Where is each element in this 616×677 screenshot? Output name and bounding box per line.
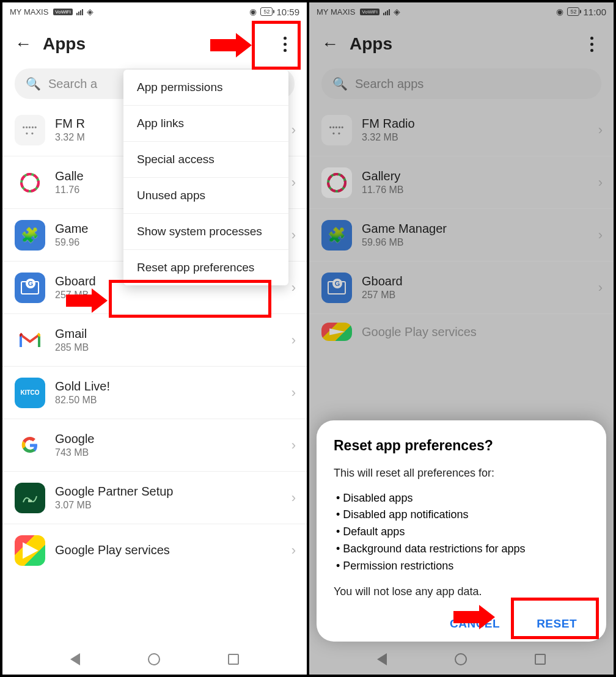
menu-unused-apps[interactable]: Unused apps (123, 178, 288, 214)
app-name: Google Partner Setup (55, 485, 282, 499)
chevron-right-icon: › (292, 175, 302, 191)
dialog-bullet: Permission restrictions (336, 558, 589, 575)
app-size: 3.07 MB (55, 500, 282, 511)
vowifi-badge: VoWiFi (53, 9, 72, 15)
dialog-intro: This will reset all preferences for: (334, 465, 589, 481)
vowifi-badge: VoWiFi (360, 9, 379, 15)
svg-rect-3 (28, 500, 32, 502)
carrier-label: MY MAXIS (10, 7, 48, 16)
signal-icon (76, 8, 83, 15)
app-icon-google (15, 430, 45, 461)
dialog-bullet: Default apps (336, 524, 589, 541)
app-icon-gboard: G (321, 273, 352, 303)
nav-recent-button[interactable] (535, 654, 546, 665)
screenshot-right: MY MAXIS VoWiFi ◈ ◉ 52 11:00 ← Apps 🔍 Se (309, 2, 614, 675)
nav-home-button[interactable] (455, 653, 467, 665)
dialog-bullet: Disabled apps (336, 490, 589, 507)
status-bar: MY MAXIS VoWiFi ◈ ◉ 52 11:00 (309, 2, 614, 20)
chevron-right-icon: › (598, 280, 609, 296)
dialog-bullet: Disabled app notifications (336, 507, 589, 524)
more-menu-button[interactable] (275, 32, 295, 56)
app-size: 257 MB (55, 290, 282, 301)
overflow-menu: App permissions App links Special access… (123, 70, 288, 285)
chevron-right-icon: › (292, 227, 302, 243)
app-name: Gallery (362, 169, 588, 183)
back-button[interactable]: ← (15, 34, 32, 54)
app-icon-fmradio: •••••• • (15, 115, 45, 145)
app-row-gmail[interactable]: Gmail 285 MB › (2, 314, 307, 367)
clock-label: 10:59 (276, 7, 299, 17)
dialog-title: Reset app preferences? (334, 437, 589, 454)
app-name: Google Play services (55, 543, 282, 557)
dialog-outro: You will not lose any app data. (334, 584, 589, 600)
nav-home-button[interactable] (148, 653, 160, 665)
app-row-google[interactable]: Google 743 MB › (2, 419, 307, 472)
page-title: Apps (350, 34, 571, 54)
chevron-right-icon: › (292, 490, 302, 506)
chevron-right-icon: › (292, 385, 302, 401)
app-icon-gmail (15, 325, 45, 356)
nav-back-button[interactable] (70, 653, 80, 665)
chevron-right-icon: › (292, 280, 302, 296)
app-icon-goldlive: KITCO (15, 378, 45, 408)
chevron-right-icon: › (598, 227, 609, 243)
app-icon-gamemanager: 🧩 (15, 220, 45, 251)
app-name: Gboard (362, 274, 588, 288)
app-icon-gboard: G (15, 273, 45, 303)
app-row-peek[interactable]: Google Play services (309, 314, 614, 341)
dialog-bullet: Background data restrictions for apps (336, 541, 589, 558)
app-icon-gallery (321, 167, 352, 198)
menu-app-links[interactable]: App links (123, 106, 288, 142)
menu-special-access[interactable]: Special access (123, 142, 288, 178)
app-row-gboard[interactable]: G Gboard 257 MB › (309, 262, 614, 314)
nav-recent-button[interactable] (228, 654, 239, 665)
search-icon: 🔍 (26, 76, 41, 91)
app-name: Google (55, 432, 282, 446)
wifi-icon: ◈ (394, 7, 400, 16)
screenshot-left: MY MAXIS VoWiFi ◈ ◉ 52 10:59 ← Apps 🔍 Se (2, 2, 307, 675)
more-menu-button[interactable] (582, 32, 601, 56)
app-row-partnersetup[interactable]: Google Partner Setup 3.07 MB › (2, 472, 307, 524)
battery-icon: 52 (260, 7, 273, 16)
app-icon-fmradio: •••••• • (321, 115, 352, 145)
menu-app-permissions[interactable]: App permissions (123, 70, 288, 106)
navigation-bar (309, 644, 614, 675)
search-icon: 🔍 (332, 76, 348, 91)
app-row-goldlive[interactable]: KITCO Gold Live! 82.50 MB › (2, 367, 307, 419)
search-placeholder: Search apps (355, 77, 424, 91)
signal-icon (383, 8, 390, 15)
app-row-playservices[interactable]: Google Play services › (2, 524, 307, 577)
reset-dialog: Reset app preferences? This will reset a… (317, 420, 606, 642)
reset-button[interactable]: RESET (537, 617, 577, 631)
app-icon-playservices (15, 535, 45, 566)
eye-icon: ◉ (556, 7, 563, 16)
app-row-gallery[interactable]: Gallery 11.76 MB › (309, 156, 614, 209)
carrier-label: MY MAXIS (317, 7, 355, 16)
app-name: Game Manager (362, 222, 588, 236)
app-name: Google Play services (362, 325, 609, 339)
clock-label: 11:00 (583, 7, 606, 17)
cancel-button[interactable]: CANCEL (450, 617, 500, 631)
app-icon-partnersetup (15, 483, 45, 513)
app-row-fmradio[interactable]: •••••• • FM Radio 3.32 MB › (309, 104, 614, 156)
app-size: 11.76 MB (362, 185, 588, 196)
chevron-right-icon: › (292, 122, 302, 138)
search-placeholder: Search a (48, 77, 97, 91)
app-size: 59.96 MB (362, 237, 588, 248)
menu-reset-prefs[interactable]: Reset app preferences (123, 250, 288, 285)
menu-show-system[interactable]: Show system processes (123, 214, 288, 250)
app-icon-playservices (321, 323, 352, 341)
chevron-right-icon: › (598, 175, 609, 191)
back-button[interactable]: ← (321, 34, 339, 54)
page-title: Apps (43, 34, 264, 54)
app-name: Gold Live! (55, 379, 282, 393)
app-row-gamemanager[interactable]: 🧩 Game Manager 59.96 MB › (309, 209, 614, 262)
search-input[interactable]: 🔍 Search apps (321, 68, 601, 99)
app-icon-gallery (15, 167, 45, 198)
chevron-right-icon: › (598, 122, 609, 138)
chevron-right-icon: › (292, 437, 302, 453)
nav-back-button[interactable] (377, 653, 387, 665)
app-size: 257 MB (362, 290, 588, 301)
app-size: 82.50 MB (55, 395, 282, 406)
app-size: 743 MB (55, 447, 282, 458)
